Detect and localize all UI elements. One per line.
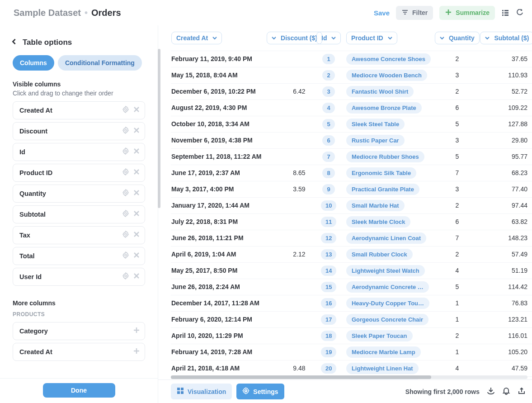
visible-column-card[interactable]: Id: [13, 143, 145, 161]
bell-icon[interactable]: [502, 387, 510, 396]
table-row[interactable]: November 6, 2019, 4:38 PM6Rustic Paper C…: [171, 132, 532, 148]
table-row[interactable]: April 6, 2019, 1:04 AM2.1213Small Rubber…: [171, 246, 532, 262]
tab-conditional-formatting[interactable]: Conditional Formatting: [58, 55, 142, 71]
column-header-id[interactable]: Id: [316, 32, 341, 44]
product-badge[interactable]: Rustic Paper Car: [346, 135, 405, 146]
product-badge[interactable]: Awesome Bronze Plate: [346, 102, 422, 114]
id-badge[interactable]: 19: [321, 347, 336, 357]
summarize-button[interactable]: Summarize: [439, 6, 495, 20]
more-column-card[interactable]: Category: [13, 322, 145, 340]
gear-icon[interactable]: [122, 189, 129, 198]
id-badge[interactable]: 11: [321, 217, 336, 227]
visualization-button[interactable]: Visualization: [171, 384, 232, 399]
tab-columns[interactable]: Columns: [13, 55, 54, 71]
save-button[interactable]: Save: [374, 9, 390, 17]
gear-icon[interactable]: [122, 231, 129, 240]
table-row[interactable]: February 11, 2019, 9:40 PM1Awesome Concr…: [171, 51, 532, 67]
refresh-icon[interactable]: [516, 9, 524, 17]
product-badge[interactable]: Sleek Steel Table: [346, 119, 405, 130]
plus-icon[interactable]: [133, 327, 140, 336]
id-badge[interactable]: 4: [322, 103, 335, 113]
settings-button[interactable]: Settings: [236, 384, 284, 399]
id-badge[interactable]: 10: [321, 200, 336, 211]
more-column-card[interactable]: Created At: [13, 343, 145, 361]
close-icon[interactable]: [133, 147, 140, 156]
id-badge[interactable]: 8: [322, 168, 335, 178]
visible-column-card[interactable]: Discount: [13, 122, 145, 140]
column-header-discount[interactable]: Discount ($): [267, 32, 322, 44]
plus-icon[interactable]: [133, 347, 140, 356]
gear-icon[interactable]: [122, 147, 129, 156]
table-name[interactable]: Orders: [91, 8, 121, 18]
table-row[interactable]: May 15, 2018, 8:04 AM2Mediocre Wooden Be…: [171, 67, 532, 83]
table-row[interactable]: October 10, 2018, 3:34 AM5Sleek Steel Ta…: [171, 116, 532, 132]
id-badge[interactable]: 6: [322, 135, 335, 146]
visible-column-card[interactable]: Tax: [13, 226, 145, 244]
visible-column-card[interactable]: Total: [13, 247, 145, 265]
product-badge[interactable]: Sleek Marble Clock: [346, 216, 411, 228]
table-row[interactable]: December 14, 2017, 11:28 AM16Heavy-Duty …: [171, 295, 532, 311]
id-badge[interactable]: 5: [322, 119, 335, 129]
dataset-name[interactable]: Sample Dataset: [14, 8, 81, 18]
product-badge[interactable]: Small Rubber Clock: [346, 249, 413, 260]
product-badge[interactable]: Aerodynamic Concrete …: [346, 281, 429, 293]
filter-button[interactable]: Filter: [396, 6, 433, 20]
product-badge[interactable]: Awesome Concrete Shoes: [346, 53, 431, 65]
download-icon[interactable]: [487, 387, 495, 396]
gear-icon[interactable]: [122, 127, 129, 136]
table-row[interactable]: June 26, 2018, 2:24 AM15Aerodynamic Conc…: [171, 279, 532, 295]
column-header-created-at[interactable]: Created At: [171, 32, 222, 44]
product-badge[interactable]: Fantastic Wool Shirt: [346, 86, 414, 97]
product-badge[interactable]: Small Marble Hat: [346, 200, 405, 211]
column-header-quantity[interactable]: Quantity: [435, 32, 480, 44]
close-icon[interactable]: [133, 127, 140, 136]
product-badge[interactable]: Aerodynamic Linen Coat: [346, 232, 426, 244]
id-badge[interactable]: 1: [322, 54, 335, 64]
product-badge[interactable]: Lightweight Steel Watch: [346, 265, 425, 276]
product-badge[interactable]: Mediocre Marble Lamp: [346, 346, 421, 358]
table-row[interactable]: January 17, 2020, 1:44 AM10Small Marble …: [171, 197, 532, 213]
close-icon[interactable]: [133, 168, 140, 177]
id-badge[interactable]: 16: [321, 298, 336, 308]
visible-column-card[interactable]: User Id: [13, 268, 145, 286]
gear-icon[interactable]: [122, 168, 129, 177]
done-button[interactable]: Done: [43, 383, 115, 398]
table-row[interactable]: August 22, 2019, 4:30 PM4Awesome Bronze …: [171, 100, 532, 116]
table-row[interactable]: April 10, 2020, 11:29 PM18Sleek Paper To…: [171, 327, 532, 344]
close-icon[interactable]: [133, 231, 140, 240]
column-header-subtotal[interactable]: Subtotal ($): [480, 32, 532, 44]
product-badge[interactable]: Sleek Paper Toucan: [346, 330, 413, 341]
visible-column-card[interactable]: Quantity: [13, 185, 145, 203]
close-icon[interactable]: [133, 210, 140, 219]
product-badge[interactable]: Mediocre Wooden Bench: [346, 70, 427, 81]
id-badge[interactable]: 3: [322, 86, 335, 97]
column-header-product-id[interactable]: Product ID: [346, 32, 397, 44]
id-badge[interactable]: 12: [321, 233, 336, 243]
back-icon[interactable]: [11, 38, 17, 47]
table-row[interactable]: February 6, 2020, 12:14 PM17Gorgeous Con…: [171, 311, 532, 327]
id-badge[interactable]: 14: [321, 266, 336, 276]
id-badge[interactable]: 17: [321, 314, 336, 325]
id-badge[interactable]: 2: [322, 70, 335, 81]
id-badge[interactable]: 13: [321, 249, 336, 260]
table-row[interactable]: June 26, 2018, 11:21 PM12Aerodynamic Lin…: [171, 230, 532, 246]
product-badge[interactable]: Practical Granite Plate: [346, 184, 419, 195]
gear-icon[interactable]: [122, 106, 129, 115]
editor-icon[interactable]: [501, 9, 509, 17]
table-row[interactable]: May 25, 2017, 8:50 PM14Lightweight Steel…: [171, 262, 532, 279]
table-row[interactable]: December 6, 2019, 10:22 PM6.423Fantastic…: [171, 83, 532, 100]
gear-icon[interactable]: [122, 272, 129, 281]
product-badge[interactable]: Gorgeous Concrete Chair: [346, 314, 428, 325]
close-icon[interactable]: [133, 272, 140, 281]
table-row[interactable]: June 17, 2019, 2:37 AM8.658Ergonomic Sil…: [171, 165, 532, 181]
product-badge[interactable]: Mediocre Rubber Shoes: [346, 151, 424, 162]
table-row[interactable]: September 11, 2018, 11:22 AM7Mediocre Ru…: [171, 148, 532, 165]
table-row[interactable]: May 3, 2017, 4:00 PM3.599Practical Grani…: [171, 181, 532, 197]
table-row[interactable]: April 21, 2018, 4:18 AM9.4820Lightweight…: [171, 360, 532, 376]
table-row[interactable]: July 22, 2018, 8:31 PM11Sleek Marble Clo…: [171, 213, 532, 230]
visible-column-card[interactable]: Subtotal: [13, 205, 145, 223]
product-badge[interactable]: Ergonomic Silk Table: [346, 167, 416, 179]
gear-icon[interactable]: [122, 251, 129, 261]
id-badge[interactable]: 18: [321, 331, 336, 341]
visible-column-card[interactable]: Created At: [13, 101, 145, 119]
